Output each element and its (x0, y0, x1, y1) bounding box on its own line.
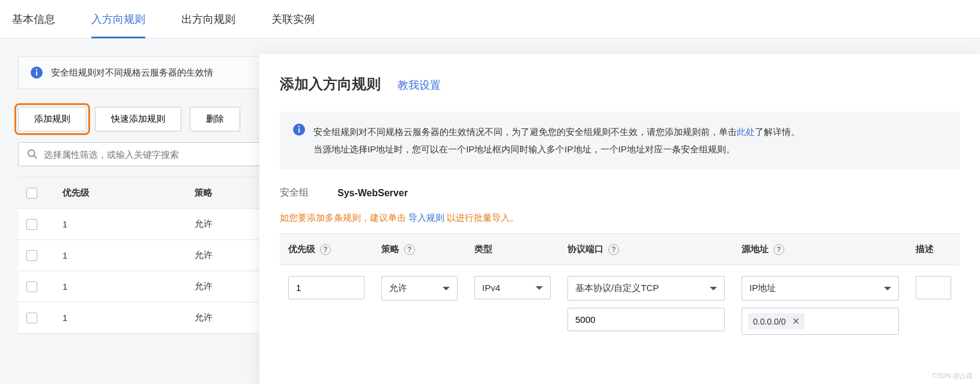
type-select-value: IPv4 (482, 283, 500, 293)
help-icon[interactable]: ? (608, 244, 619, 255)
import-hint: 如您要添加多条规则，建议单击 导入规则 以进行批量导入。 (280, 212, 960, 224)
banner-text-2: 当源地址选择IP地址时，您可以在一个IP地址框内同时输入多个IP地址，一个IP地… (313, 144, 735, 154)
info-icon (293, 124, 305, 136)
info-icon (31, 67, 43, 79)
teach-me-link[interactable]: 教我设置 (398, 78, 441, 92)
description-input[interactable] (916, 276, 951, 299)
tab-label: 出方向规则 (181, 12, 235, 26)
tab-related-instances[interactable]: 关联实例 (271, 0, 315, 38)
type-select[interactable]: IPv4 (474, 276, 551, 299)
banner-text-1a: 安全组规则对不同规格云服务器的生效情况不同，为了避免您的安全组规则不生效，请您添… (313, 127, 737, 137)
chevron-down-icon (710, 287, 717, 290)
tab-inbound-rules[interactable]: 入方向规则 (91, 0, 145, 38)
col-source: 源地址? (733, 234, 907, 265)
tab-bar: 基本信息 入方向规则 出方向规则 关联实例 (0, 0, 980, 38)
ip-chip-value: 0.0.0.0/0 (753, 317, 786, 326)
source-select-value: IP地址 (749, 283, 776, 294)
port-input[interactable] (567, 308, 725, 331)
watermark: CSDN @占疏 (933, 371, 973, 380)
svg-point-3 (28, 150, 35, 157)
priority-input[interactable] (288, 276, 364, 299)
modal-title: 添加入方向规则 (280, 74, 381, 94)
add-rule-button[interactable]: 添加规则 (18, 107, 86, 131)
search-icon (27, 149, 38, 160)
modal-info-text: 安全组规则对不同规格云服务器的生效情况不同，为了避免您的安全组规则不生效，请您添… (313, 124, 800, 158)
help-icon[interactable]: ? (404, 244, 415, 255)
col-policy-label: 策略 (381, 244, 399, 255)
cell-priority: 1 (54, 302, 186, 333)
chevron-down-icon (536, 286, 543, 290)
policy-select-value: 允许 (389, 283, 407, 294)
help-icon[interactable]: ? (320, 244, 331, 255)
learn-more-link[interactable]: 此处 (737, 127, 755, 137)
col-source-label: 源地址 (742, 244, 769, 255)
close-icon[interactable]: ✕ (792, 316, 800, 327)
tab-label: 基本信息 (12, 12, 55, 26)
protocol-select[interactable]: 基本协议/自定义TCP (567, 276, 725, 301)
col-desc: 描述 (907, 234, 960, 265)
modal-info-banner: 安全组规则对不同规格云服务器的生效情况不同，为了避免您的安全组规则不生效，请您添… (280, 112, 960, 170)
cell-priority: 1 (54, 271, 186, 302)
sg-value: Sys-WebServer (337, 188, 408, 199)
col-priority-label: 优先级 (288, 244, 315, 255)
col-type-label: 类型 (474, 244, 492, 255)
modal-header: 添加入方向规则 教我设置 (280, 74, 960, 94)
protocol-select-value: 基本协议/自定义TCP (575, 283, 659, 294)
help-icon[interactable]: ? (773, 244, 784, 255)
col-policy: 策略? (373, 234, 466, 265)
hint-text-b: 以进行批量导入。 (444, 212, 519, 223)
chevron-down-icon (884, 287, 891, 290)
chevron-down-icon (443, 287, 450, 290)
tab-label: 关联实例 (271, 12, 315, 26)
col-protocol-label: 协议端口 (567, 244, 603, 255)
modal-table-header: 优先级? 策略? 类型 协议端口? 源地址? 描述 (280, 233, 960, 265)
modal-input-row: 允许 IPv4 基本协议/自定义TCP IP地址 (280, 265, 960, 335)
source-ip-input[interactable]: 0.0.0.0/0 ✕ (742, 308, 899, 335)
source-select[interactable]: IP地址 (742, 276, 899, 301)
col-type: 类型 (466, 234, 559, 265)
tab-label: 入方向规则 (91, 12, 145, 26)
row-checkbox[interactable] (26, 281, 37, 292)
row-checkbox[interactable] (26, 219, 37, 230)
policy-select[interactable]: 允许 (381, 276, 458, 301)
add-inbound-rule-modal: 添加入方向规则 教我设置 安全组规则对不同规格云服务器的生效情况不同，为了避免您… (259, 54, 980, 384)
header-priority: 优先级 (54, 178, 186, 208)
svg-rect-6 (298, 128, 300, 133)
col-priority: 优先级? (280, 234, 373, 265)
quick-add-rule-button[interactable]: 快速添加规则 (95, 107, 181, 131)
svg-rect-1 (36, 71, 37, 76)
info-banner-text: 安全组规则对不同规格云服务器的生效情 (51, 67, 213, 79)
svg-line-4 (34, 156, 37, 159)
security-group-row: 安全组 Sys-WebServer (280, 187, 960, 199)
hint-text-a: 如您要添加多条规则，建议单击 (280, 212, 408, 223)
tab-basic-info[interactable]: 基本信息 (12, 0, 55, 38)
col-protocol: 协议端口? (559, 234, 733, 265)
svg-point-2 (36, 69, 37, 70)
ip-chip: 0.0.0.0/0 ✕ (748, 313, 805, 329)
select-all-checkbox[interactable] (26, 188, 37, 199)
cell-priority: 1 (54, 209, 186, 239)
delete-button[interactable]: 删除 (190, 107, 240, 131)
col-desc-label: 描述 (916, 244, 934, 255)
row-checkbox[interactable] (26, 313, 37, 323)
banner-text-1b: 了解详情。 (755, 127, 800, 137)
cell-priority: 1 (54, 240, 186, 271)
svg-point-7 (298, 126, 300, 127)
sg-label: 安全组 (280, 187, 309, 199)
import-rules-link[interactable]: 导入规则 (408, 212, 444, 223)
tab-outbound-rules[interactable]: 出方向规则 (181, 0, 235, 38)
row-checkbox[interactable] (26, 250, 37, 261)
